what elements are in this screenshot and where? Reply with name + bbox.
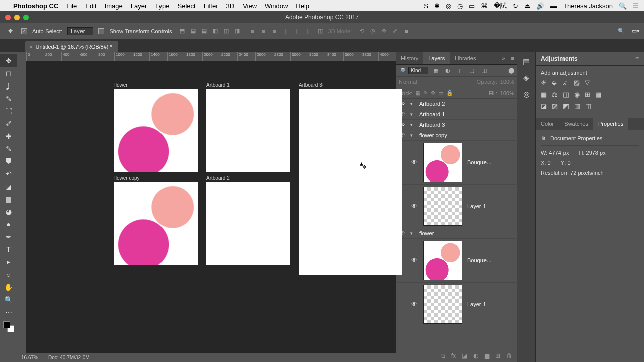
document-tab[interactable]: × Untitled-1 @ 16.7% (RGB/8#) *	[25, 41, 118, 52]
visibility-icon[interactable]: 👁	[411, 159, 418, 166]
volume-icon[interactable]: 🔊	[536, 2, 544, 10]
close-button[interactable]	[5, 15, 11, 20]
shape-tool[interactable]: ○	[0, 268, 17, 281]
artboard-label[interactable]: Artboard 2	[206, 175, 230, 181]
minimize-button[interactable]	[14, 15, 20, 20]
layer-row[interactable]: 👁Bouque...	[396, 141, 517, 185]
marquee-tool[interactable]: ◻	[0, 67, 17, 79]
canvas[interactable]: flower Artboard 1 Artboard 3 flower copy…	[26, 61, 396, 353]
balance-icon[interactable]: ⚖	[552, 90, 558, 98]
menu-view[interactable]: View	[243, 2, 257, 10]
blend-mode-dropdown[interactable]: Normal	[399, 79, 417, 85]
artboard-label[interactable]: Artboard 3	[299, 82, 323, 88]
align-right-icon[interactable]: ◨	[232, 26, 243, 36]
menu-icon[interactable]: ☰	[633, 2, 639, 10]
menu-layer[interactable]: Layer	[131, 2, 147, 10]
invert-icon[interactable]: ◪	[541, 102, 547, 110]
distribute-icon[interactable]: ≡	[248, 26, 258, 36]
selective-color-icon[interactable]: ◫	[585, 102, 591, 110]
menu-3d[interactable]: 3D	[226, 2, 235, 10]
healing-brush-tool[interactable]: ✚	[0, 130, 17, 142]
dodge-tool[interactable]: ●	[0, 218, 17, 230]
layer-thumbnail[interactable]	[423, 143, 462, 182]
blur-tool[interactable]: ◕	[0, 205, 17, 218]
type-tool[interactable]: T	[0, 243, 17, 255]
align-top-icon[interactable]: ⬒	[177, 26, 187, 36]
auto-select-scope-dropdown[interactable]: Layer	[67, 27, 94, 35]
user-name[interactable]: Theresa Jackson	[563, 2, 613, 10]
lock-transparency-icon[interactable]: ▦	[415, 89, 420, 96]
new-layer-icon[interactable]: ⊞	[495, 352, 500, 359]
tab-swatches[interactable]: Swatches	[559, 118, 593, 130]
doc-size[interactable]: Doc: 40.7M/32.0M	[48, 355, 90, 360]
zoom-tool[interactable]: 🔍	[0, 293, 17, 306]
dock-icon[interactable]: ▤	[523, 57, 530, 66]
brush-tool[interactable]: ✎	[0, 142, 17, 155]
lasso-tool[interactable]: ʆ	[0, 79, 17, 92]
distribute-icon[interactable]: ‖	[281, 26, 291, 36]
photofilter-icon[interactable]: ◉	[574, 90, 580, 98]
spotlight-icon[interactable]: 🔍	[619, 2, 627, 10]
group-icon[interactable]: ▆	[485, 352, 489, 359]
move-tool-icon[interactable]: ✥	[4, 25, 16, 37]
filter-type-icon[interactable]: T	[455, 68, 464, 74]
menu-edit[interactable]: Edit	[85, 2, 96, 10]
dock-icon[interactable]: ◈	[523, 73, 529, 82]
menu-file[interactable]: File	[66, 2, 77, 10]
status-icon[interactable]: S	[424, 2, 428, 10]
timemachine-icon[interactable]: ↻	[513, 2, 518, 10]
display-icon[interactable]: ▭	[469, 2, 475, 10]
layer-thumbnail[interactable]	[423, 241, 462, 280]
app-name[interactable]: Photoshop CC	[13, 2, 58, 10]
align-left-icon[interactable]: ◧	[210, 26, 220, 36]
auto-align-icon[interactable]: ◫	[318, 28, 323, 34]
panel-menu-icon[interactable]: ≡	[508, 52, 517, 64]
vibrance-icon[interactable]: ▽	[585, 79, 590, 86]
menu-select[interactable]: Select	[177, 2, 195, 10]
align-hcenter-icon[interactable]: ◫	[221, 26, 231, 36]
tab-layers[interactable]: Layers	[423, 52, 450, 64]
visibility-icon[interactable]: 👁	[411, 257, 418, 264]
crop-tool[interactable]: ⛶	[0, 105, 17, 117]
filter-smart-icon[interactable]: ◫	[479, 67, 489, 74]
artboard-flower[interactable]	[114, 89, 198, 172]
align-bottom-icon[interactable]: ⬓	[199, 26, 209, 36]
chevron-down-icon[interactable]: ▾	[410, 112, 415, 117]
lookup-icon[interactable]: ▦	[595, 90, 601, 98]
exposure-icon[interactable]: ▨	[574, 79, 580, 86]
battery-icon[interactable]: ▬	[550, 2, 557, 10]
clone-stamp-tool[interactable]: ⛊	[0, 155, 17, 167]
tab-history[interactable]: History	[396, 52, 423, 64]
close-tab-icon[interactable]: ×	[29, 44, 32, 50]
threshold-icon[interactable]: ◩	[563, 102, 569, 110]
workspace-icon[interactable]: ▭▾	[632, 28, 640, 34]
layer-row[interactable]: 👁Layer 1	[396, 283, 517, 326]
tab-color[interactable]: Color	[536, 118, 559, 130]
opacity-value[interactable]: 100%	[500, 79, 514, 85]
layer-row-artboard[interactable]: 👁▾Artboard 3	[396, 120, 517, 130]
clock-icon[interactable]: ◷	[457, 2, 463, 10]
link-layers-icon[interactable]: ⧉	[441, 352, 445, 359]
curves-icon[interactable]: ⫽	[562, 79, 569, 86]
fill-value[interactable]: 100%	[500, 90, 514, 96]
fx-icon[interactable]: fx	[451, 352, 456, 359]
trash-icon[interactable]: 🗑	[506, 352, 512, 359]
chevron-down-icon[interactable]: ▾	[410, 231, 415, 236]
align-vcenter-icon[interactable]: ⬓	[188, 26, 198, 36]
pen-tool[interactable]: ✒	[0, 230, 17, 243]
chevron-down-icon[interactable]: ▾	[410, 101, 415, 106]
lock-image-icon[interactable]: ✎	[423, 89, 428, 96]
hand-tool[interactable]: ✋	[0, 281, 17, 293]
menu-window[interactable]: Window	[265, 2, 288, 10]
layer-thumbnail[interactable]	[423, 187, 462, 226]
mixer-icon[interactable]: ⊞	[585, 90, 590, 98]
wifi-icon[interactable]: �試	[494, 1, 507, 10]
color-swatches[interactable]	[3, 321, 14, 332]
menu-type[interactable]: Type	[155, 2, 169, 10]
filter-shape-icon[interactable]: ▢	[467, 67, 476, 74]
show-transform-checkbox[interactable]	[98, 28, 104, 34]
visibility-icon[interactable]: 👁	[411, 301, 418, 308]
filter-pixel-icon[interactable]: ▦	[431, 67, 440, 74]
eraser-tool[interactable]: ◪	[0, 180, 17, 193]
status-icon[interactable]: ✱	[434, 2, 440, 10]
